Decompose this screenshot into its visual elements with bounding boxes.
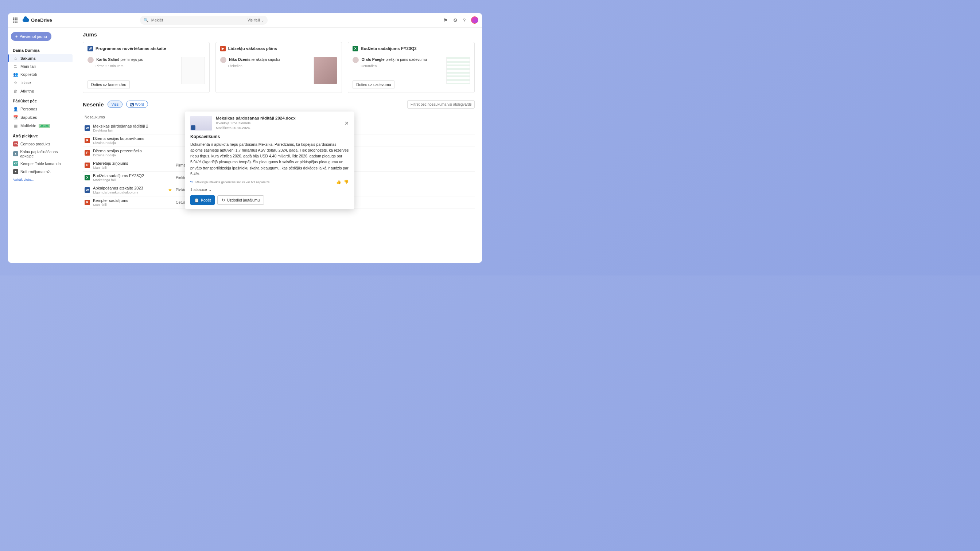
for-you-card[interactable]: X Budžeta sadalījums FY23Q2 Olafs Paegle… <box>348 42 475 93</box>
pill-all[interactable]: Viss <box>108 100 123 108</box>
quick-item[interactable]: PK Contoso produkts <box>11 140 73 148</box>
refresh-icon: ↻ <box>222 198 225 202</box>
for-you-card[interactable]: ▶ Līdzekļu vākšanas plāns Niks Dzenis ie… <box>215 42 342 93</box>
help-icon[interactable]: ? <box>463 17 466 23</box>
card-time: Piektdien <box>228 64 311 68</box>
for-you-card[interactable]: W Programmas novērtēšanas atskaite Kārli… <box>83 42 210 93</box>
pill-word[interactable]: WWord <box>126 100 148 108</box>
card-time: Pirms 27 minūtēm <box>95 64 179 68</box>
person-avatar <box>353 57 359 63</box>
trash-icon: 🗑 <box>13 89 18 93</box>
file-location: Mani faili <box>93 203 128 206</box>
card-time: Ceturtdien <box>361 64 444 68</box>
file-type-icon: P <box>84 150 90 156</box>
plus-icon: + <box>15 34 18 39</box>
star-icon[interactable]: ★ <box>168 187 172 192</box>
file-type-icon: P <box>84 162 90 168</box>
ai-disclaimer: Mākslīgā intelekta ģenerētais saturs var… <box>196 180 269 184</box>
quick-label: Noformējuma raž. <box>21 170 51 174</box>
copy-button[interactable]: 📋Kopēt <box>190 195 215 205</box>
nav-people[interactable]: 👤Personas <box>11 105 73 113</box>
quick-item[interactable]: ▲ Kalnu paplašināšanas apkalpe <box>11 148 73 160</box>
logo-area: OneDrive <box>22 17 52 23</box>
th-name: Nosaukums <box>84 115 176 119</box>
gear-icon[interactable]: ⚙ <box>453 17 458 23</box>
onedrive-icon <box>22 18 29 22</box>
card-action-button[interactable]: Doties uz komentāru <box>88 80 130 89</box>
nav-media[interactable]: ▦MultivideJauns <box>11 122 73 130</box>
app-launcher-icon[interactable] <box>12 16 19 24</box>
quick-label: Kalnu paplašināšanas apkalpe <box>21 149 70 158</box>
new-badge: Jauns <box>39 124 50 128</box>
file-location: Līgumdarbinieku pakalpojumi <box>93 190 143 194</box>
nav-meetings[interactable]: 📅Sapulces <box>11 113 73 122</box>
nav-favorites-label: Izlase <box>21 81 31 85</box>
quick-icon: PK <box>13 141 18 146</box>
person-avatar <box>88 57 94 63</box>
file-type-icon: X <box>84 175 90 180</box>
popover-summary-text: Dokumentā ir aplūkota riepu pārdošana Me… <box>190 141 349 177</box>
card-preview <box>313 57 337 84</box>
ask-question-button[interactable]: ↻Uzdodiet jautājumu <box>217 195 264 205</box>
file-type-icon: W <box>84 125 90 131</box>
nav-home-label: Sākums <box>21 56 36 60</box>
file-name: Džema sesijas prezentācija <box>93 149 142 153</box>
search-scope-label: Visi faili <box>248 18 260 22</box>
home-icon: ⌂ <box>13 56 18 60</box>
filter-input[interactable] <box>407 100 475 109</box>
card-activity: Niks Dzenis ierakstīja sapulci <box>229 57 280 61</box>
shield-icon: 🛡 <box>190 180 194 184</box>
nav-media-label: Multivide <box>21 124 36 128</box>
flag-icon[interactable]: ⚑ <box>443 17 448 23</box>
file-name: Kempler sadalījums <box>93 198 128 203</box>
close-icon[interactable]: ✕ <box>345 116 349 130</box>
word-icon: W <box>130 103 134 106</box>
references-label: 1 atsauce <box>190 187 207 192</box>
copy-icon: 📋 <box>194 198 199 203</box>
quick-title: Ātrā piekļuve <box>11 132 73 140</box>
card-action-button[interactable]: Doties uz uzdevumu <box>353 80 395 89</box>
quick-label: Contoso produkts <box>21 142 50 146</box>
card-activity: Olafs Paegle piešķīra jums uzdevumu <box>362 57 427 61</box>
search-scope-dropdown[interactable]: Visi faili ⌄ <box>248 18 264 22</box>
quick-icon: ■ <box>13 169 18 174</box>
pill-word-label: Word <box>135 102 144 106</box>
file-type-icon: W <box>88 46 93 51</box>
popover-thumbnail <box>190 116 212 130</box>
file-location: Dizaina nodaļa <box>93 153 142 157</box>
quick-item[interactable]: KT Kemper Table komanda <box>11 160 73 168</box>
media-icon: ▦ <box>13 124 18 128</box>
ask-label: Uzdodiet jautājumu <box>227 198 259 202</box>
search-input[interactable] <box>151 18 245 22</box>
file-location: Mārketinga faili <box>93 178 144 182</box>
chevron-down-icon: ⌄ <box>208 187 212 192</box>
sidebar: +Pievienot jaunu Daina Dūmiņa ⌂Sākums 🗀M… <box>8 28 75 263</box>
recent-title: Nesenie <box>83 101 104 108</box>
file-name: Meksikas pārdošanas rādītāji 2 <box>93 124 148 128</box>
nav-shared[interactable]: 👥Koplietoti <box>11 70 73 79</box>
card-title: Budžeta sadalījums FY23Q2 <box>361 46 416 51</box>
people-icon: 👥 <box>13 72 18 77</box>
avatar[interactable] <box>471 16 478 24</box>
thumbs-up-icon[interactable]: 👍 <box>336 179 341 184</box>
nav-myfiles[interactable]: 🗀Mani faili <box>11 62 73 70</box>
thumbs-down-icon[interactable]: 👎 <box>344 179 349 184</box>
browse-title: Pārlūkot pēc <box>11 97 73 105</box>
add-new-button[interactable]: +Pievienot jaunu <box>11 32 51 41</box>
quick-item[interactable]: ■ Noformējuma raž. <box>11 168 73 176</box>
file-location: Mani faili <box>93 165 128 170</box>
references-toggle[interactable]: 1 atsauce⌄ <box>190 187 349 192</box>
nav-myfiles-label: Mani faili <box>21 64 36 68</box>
folder-icon: 🗀 <box>13 64 18 68</box>
nav-meetings-label: Sapulces <box>21 115 37 119</box>
nav-favorites[interactable]: ☆Izlase <box>11 79 73 87</box>
nav-home[interactable]: ⌂Sākums <box>8 54 73 62</box>
file-location: Dizaina nodaļa <box>93 141 145 144</box>
file-type-icon: X <box>353 46 358 51</box>
search-bar[interactable]: 🔍 Visi faili ⌄ <box>140 16 267 25</box>
more-places-link[interactable]: Vairāk vietu… <box>11 176 73 183</box>
popover-title: Meksikas pārdošanas rādītāji 2024.docx <box>216 116 341 120</box>
nav-recycle[interactable]: 🗑Atkritne <box>11 87 73 95</box>
file-type-icon: W <box>84 187 90 193</box>
app-name: OneDrive <box>31 17 52 23</box>
